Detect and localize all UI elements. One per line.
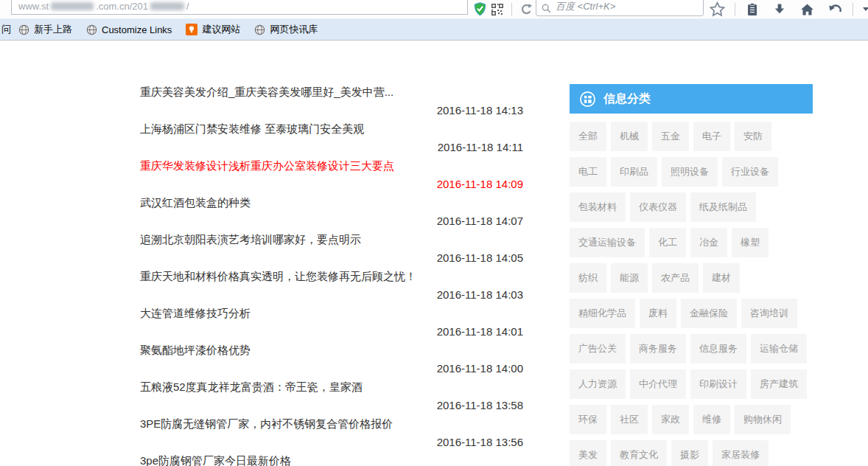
category-button[interactable]: 金融保险 <box>681 299 737 328</box>
censored-url-segment <box>150 2 184 10</box>
category-button[interactable]: 维修 <box>693 405 730 434</box>
article-row: 重庆美容美发介绍_重庆美容美发哪里好_美发中营... 2016-11-18 14… <box>140 86 523 122</box>
article-title-link[interactable]: 聚氨酯地坪漆价格优势 <box>140 344 523 358</box>
category-button[interactable]: 五金 <box>652 122 689 151</box>
article-row: 重庆华发装修设计浅析重庆办公室装修设计三大要点 2016-11-18 14:09 <box>140 159 523 196</box>
globe-icon <box>86 24 97 35</box>
category-button[interactable]: 印刷品 <box>611 157 657 187</box>
article-title-link[interactable]: 大连管道维修技巧分析 <box>140 307 523 321</box>
bookmark-item-web-slices[interactable]: 网页快讯库 <box>254 23 318 36</box>
article-row: 上海杨浦区门禁安装维修 至泰玻璃门安全美观 2016-11-18 14:11 <box>140 122 523 159</box>
address-bar[interactable]: www.st.com.cn/201/ <box>11 0 468 15</box>
article-timestamp: 2016-11-18 13:56 <box>140 436 523 448</box>
article-timestamp: 2016-11-18 14:07 <box>140 215 523 227</box>
category-button[interactable]: 建材 <box>703 263 740 293</box>
bookmark-item-new-user[interactable]: 新手上路 <box>18 23 72 36</box>
url-text: www.st.com.cn/201/ <box>18 1 189 12</box>
category-button[interactable]: 仪表仪器 <box>630 192 686 222</box>
category-button[interactable]: 精细化学品 <box>570 299 635 328</box>
qr-code-icon[interactable] <box>491 4 503 15</box>
refresh-icon[interactable] <box>520 3 533 15</box>
category-button[interactable]: 印刷设计 <box>690 369 746 399</box>
article-list: 重庆美容美发介绍_重庆美容美发哪里好_美发中营... 2016-11-18 14… <box>140 86 523 466</box>
sidebar-title: 信息分类 <box>603 91 651 107</box>
article-title-link[interactable]: 上海杨浦区门禁安装维修 至泰玻璃门安全美观 <box>140 122 523 136</box>
bookmark-star-icon[interactable] <box>710 1 725 17</box>
category-button[interactable]: 家政 <box>652 405 689 434</box>
category-button[interactable]: 房产建筑 <box>751 369 807 399</box>
category-button[interactable]: 废料 <box>640 299 676 328</box>
category-button[interactable]: 购物休闲 <box>735 405 791 434</box>
article-row: 3PE防腐无缝钢管厂家，内衬不锈钢复合管价格报价 2016-11-18 13:5… <box>140 417 523 454</box>
bookmark-item-suggested-sites[interactable]: 建议网站 <box>186 23 240 36</box>
toolbar-divider <box>735 3 735 16</box>
category-button[interactable]: 交通运输设备 <box>570 228 645 257</box>
category-button[interactable]: 电子 <box>693 122 730 151</box>
toolbar-divider <box>511 3 512 16</box>
downloads-icon[interactable] <box>772 2 787 17</box>
category-button[interactable]: 中介代理 <box>630 369 686 399</box>
category-button[interactable]: 农产品 <box>652 263 699 293</box>
category-button[interactable]: 摄影 <box>671 440 708 466</box>
article-timestamp: 2016-11-18 14:11 <box>140 141 523 153</box>
search-placeholder: 百度 <Ctrl+K> <box>556 0 615 13</box>
category-button[interactable]: 机械 <box>611 122 648 151</box>
browser-window: www.st.com.cn/201/ 百度 <Ctrl+K> <box>0 0 868 466</box>
category-button[interactable]: 美发 <box>570 440 606 466</box>
censored-url-segment <box>51 2 94 10</box>
article-timestamp: 2016-11-18 14:03 <box>140 288 523 301</box>
category-button[interactable]: 广告公关 <box>570 334 626 364</box>
category-button[interactable]: 家居装修 <box>713 440 769 466</box>
category-button[interactable]: 纺织 <box>570 263 606 293</box>
category-button[interactable]: 行业设备 <box>722 157 778 187</box>
article-timestamp: 2016-11-18 13:58 <box>140 399 523 411</box>
article-title-link[interactable]: 武汉红酒包装盒的种类 <box>140 196 523 210</box>
globe-icon <box>254 24 265 35</box>
category-button[interactable]: 安防 <box>735 122 771 151</box>
article-title-link[interactable]: 重庆美容美发介绍_重庆美容美发哪里好_美发中营... <box>140 86 523 100</box>
category-button[interactable]: 照明设备 <box>662 157 718 187</box>
toolbar-overflow-caret-icon[interactable] <box>863 7 868 11</box>
category-button[interactable]: 纸及纸制品 <box>690 192 756 222</box>
category-button[interactable]: 能源 <box>611 263 648 293</box>
article-row: 武汉红酒包装盒的种类 2016-11-18 14:07 <box>140 196 523 233</box>
bookmark-item-customize-links[interactable]: Customize Links <box>86 24 172 35</box>
article-row: 3pe防腐钢管厂家今日最新价格 <box>140 454 523 466</box>
article-timestamp: 2016-11-18 14:01 <box>140 325 523 338</box>
article-title-link[interactable]: 重庆天地和材料价格真实透明，让您装修再无后顾之忧！ <box>140 270 523 284</box>
lightbulb-icon <box>186 24 197 35</box>
category-button[interactable]: 冶金 <box>690 228 727 257</box>
browser-toolbar: www.st.com.cn/201/ 百度 <Ctrl+K> <box>0 0 868 18</box>
article-row: 重庆天地和材料价格真实透明，让您装修再无后顾之忧！ 2016-11-18 14:… <box>140 270 523 307</box>
bookmarks-list-icon[interactable] <box>745 2 760 17</box>
category-button[interactable]: 咨询培训 <box>741 299 797 328</box>
category-button[interactable]: 信息服务 <box>690 334 746 364</box>
category-button[interactable]: 运输仓储 <box>751 334 807 364</box>
category-button[interactable]: 电工 <box>570 157 606 187</box>
bookmark-item-cutoff[interactable]: 问 <box>1 23 11 36</box>
article-timestamp: 2016-11-18 14:05 <box>140 251 523 264</box>
category-button[interactable]: 人力资源 <box>570 369 626 399</box>
article-title-link[interactable]: 重庆华发装修设计浅析重庆办公室装修设计三大要点 <box>140 159 523 173</box>
home-icon[interactable] <box>799 2 815 17</box>
category-button[interactable]: 化工 <box>649 228 686 257</box>
globe-icon <box>18 24 29 35</box>
article-title-link[interactable]: 3pe防腐钢管厂家今日最新价格 <box>140 454 523 466</box>
category-grid-icon <box>579 91 596 108</box>
category-button[interactable]: 环保 <box>570 405 606 434</box>
article-title-link[interactable]: 五粮液52度真龙祥龙富贵酒：帝王瓷，皇家酒 <box>140 380 523 394</box>
article-title-link[interactable]: 3PE防腐无缝钢管厂家，内衬不锈钢复合管价格报价 <box>140 417 523 431</box>
undo-back-icon[interactable] <box>827 2 843 17</box>
category-button[interactable]: 社区 <box>611 405 648 434</box>
category-button[interactable]: 教育文化 <box>611 440 667 466</box>
security-shield-icon[interactable] <box>474 2 486 16</box>
article-row: 追溯北京朝阳表演艺考培训哪家好，要点明示 2016-11-18 14:05 <box>140 233 523 270</box>
category-button[interactable]: 橡塑 <box>732 228 769 257</box>
search-input[interactable]: 百度 <Ctrl+K> <box>536 0 704 16</box>
search-icon <box>542 4 551 13</box>
category-button[interactable]: 全部 <box>570 122 606 151</box>
category-button[interactable]: 商务服务 <box>630 334 686 364</box>
article-title-link[interactable]: 追溯北京朝阳表演艺考培训哪家好，要点明示 <box>140 233 523 247</box>
toolbar-divider <box>853 3 853 16</box>
category-button[interactable]: 包装材料 <box>570 192 626 222</box>
